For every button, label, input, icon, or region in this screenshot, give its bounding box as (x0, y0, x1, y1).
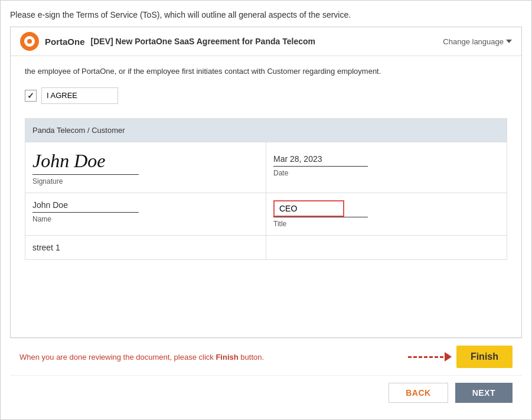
bottom-bar: When you are done reviewing the document… (10, 338, 522, 375)
name-line (32, 212, 139, 213)
signature-value: John Doe (32, 149, 259, 172)
agree-row: ✓ (25, 87, 507, 104)
date-label: Date (273, 169, 500, 177)
table-section-header: Panda Telecom / Customer (25, 118, 507, 142)
dashed-arrow-line (408, 356, 443, 358)
back-button[interactable]: BACK (389, 383, 448, 403)
document-wrapper: PortaOne [DEV] New PortaOne SaaS Agreeme… (10, 27, 522, 338)
signature-table: Panda Telecom / Customer John Doe Signat… (25, 118, 507, 260)
title-line (273, 217, 368, 217)
agreement-text: the employee of PortaOne, or if the empl… (25, 66, 507, 78)
next-button[interactable]: NEXT (455, 383, 513, 403)
arrow-head-icon (445, 352, 452, 362)
street-value: street 1 (32, 243, 259, 252)
title-label: Title (273, 220, 500, 228)
top-instruction: Please e-sign the Terms of Service (ToS)… (10, 10, 522, 19)
street-cell: street 1 (25, 236, 266, 260)
agree-input[interactable] (41, 87, 118, 104)
dashed-arrow (408, 352, 452, 362)
title-input-wrapper (273, 200, 344, 217)
name-label: Name (32, 215, 259, 223)
doc-title: [DEV] New PortaOne SaaS Agreement for Pa… (91, 37, 315, 46)
logo-dot (27, 39, 32, 44)
signature-cell: John Doe Signature (25, 142, 266, 193)
bottom-instruction: When you are done reviewing the document… (19, 352, 264, 362)
instruction-end: button. (239, 353, 264, 362)
instruction-text: When you are done reviewing the document… (19, 353, 216, 362)
date-cell: Mar 28, 2023 Date (266, 142, 507, 193)
table-row: John Doe Signature Mar 28, 2023 Date (25, 142, 507, 193)
logo-inner (24, 36, 35, 47)
doc-content[interactable]: the employee of PortaOne, or if the empl… (11, 56, 521, 337)
signature-line (32, 174, 139, 175)
date-value: Mar 28, 2023 (273, 149, 500, 164)
title-input[interactable] (273, 200, 344, 217)
name-value: John Doe (32, 200, 259, 210)
header-left: PortaOne [DEV] New PortaOne SaaS Agreeme… (20, 32, 315, 51)
title-cell: Title (266, 193, 507, 236)
chevron-down-icon (506, 40, 512, 43)
doc-header: PortaOne [DEV] New PortaOne SaaS Agreeme… (11, 27, 521, 56)
date-line (273, 166, 368, 167)
table-row: street 1 (25, 236, 507, 260)
nav-buttons: BACK NEXT (10, 375, 522, 410)
name-cell: John Doe Name (25, 193, 266, 236)
finish-area: Finish (408, 346, 513, 368)
table-row: John Doe Name Title (25, 193, 507, 236)
checkmark-icon: ✓ (27, 91, 34, 100)
instruction-bold: Finish (216, 353, 238, 362)
brand-name: PortaOne (45, 37, 85, 47)
empty-cell (266, 236, 507, 260)
signature-label: Signature (32, 177, 259, 185)
finish-button[interactable]: Finish (456, 346, 513, 368)
portaone-logo (20, 32, 39, 51)
change-language-button[interactable]: Change language (443, 37, 512, 46)
change-language-label: Change language (443, 37, 504, 46)
agree-checkbox[interactable]: ✓ (25, 90, 37, 102)
